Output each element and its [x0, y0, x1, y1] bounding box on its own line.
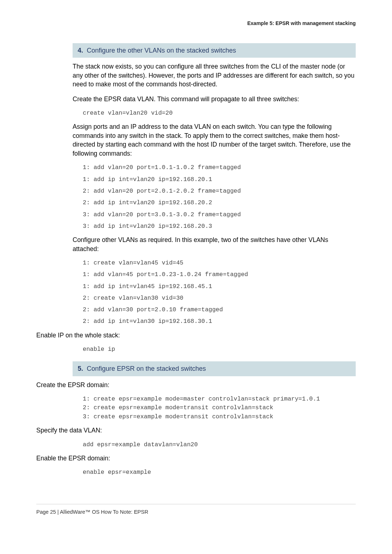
- code-line: 2: add vlan=20 port=2.0.1-2.0.2 frame=ta…: [83, 187, 356, 195]
- code-line: 1: add ip int=vlan20 ip=192.168.20.1: [83, 176, 356, 184]
- step-4-code-4: enable ip: [83, 345, 356, 353]
- code-line: 3: create epsr=example mode=transit cont…: [83, 413, 356, 421]
- code-line: 2: create vlan=vlan30 vid=30: [83, 294, 356, 302]
- code-line: create vlan=vlan20 vid=20: [83, 109, 356, 117]
- step-4-paragraph-3: Assign ports and an IP address to the da…: [73, 122, 356, 158]
- step-5-paragraph-1: Create the EPSR domain:: [36, 381, 356, 390]
- code-line: 2: add ip int=vlan30 ip=192.168.30.1: [83, 317, 356, 325]
- step-5-code-1: 1: create epsr=example mode=master contr…: [83, 395, 356, 421]
- step-5-title: Configure EPSR on the stacked switches: [87, 365, 206, 372]
- code-line: 2: add ip int=vlan20 ip=192.168.20.2: [83, 199, 356, 207]
- code-line: 1: add ip int=vlan45 ip=192.168.45.1: [83, 283, 356, 291]
- code-line: enable ip: [83, 345, 356, 353]
- step-4-paragraph-2: Create the EPSR data VLAN. This command …: [73, 95, 356, 104]
- step-5-heading: 5.Configure EPSR on the stacked switches: [73, 361, 356, 376]
- code-line: enable epsr=example: [83, 468, 356, 476]
- code-line: 1: add vlan=20 port=1.0.1-1.0.2 frame=ta…: [83, 164, 356, 172]
- code-line: 3: add vlan=20 port=3.0.1-3.0.2 frame=ta…: [83, 211, 356, 219]
- step-5-paragraph-2: Specify the data VLAN:: [36, 426, 356, 435]
- step-4-paragraph-5: Enable IP on the whole stack:: [36, 331, 356, 340]
- code-line: 1: add vlan=45 port=1.0.23-1.0.24 frame=…: [83, 271, 356, 279]
- step-4-number: 4.: [78, 47, 83, 54]
- main-content: 4.Configure the other VLANs on the stack…: [73, 43, 356, 477]
- step-4-heading: 4.Configure the other VLANs on the stack…: [73, 43, 356, 58]
- step-4-paragraph-1: The stack now exists, so you can configu…: [73, 62, 356, 89]
- step-5-paragraph-3: Enable the EPSR domain:: [36, 454, 356, 463]
- code-line: 2: create epsr=example mode=transit cont…: [83, 404, 356, 412]
- step-5-code-2: add epsr=example datavlan=vlan20: [83, 441, 356, 449]
- step-4-code-1: create vlan=vlan20 vid=20: [83, 109, 356, 117]
- running-header: Example 5: EPSR with management stacking: [36, 20, 356, 27]
- code-line: add epsr=example datavlan=vlan20: [83, 441, 356, 449]
- step-5-code-3: enable epsr=example: [83, 468, 356, 476]
- code-line: 1: create epsr=example mode=master contr…: [83, 395, 356, 403]
- step-4-title: Configure the other VLANs on the stacked…: [87, 47, 236, 54]
- step-5-number: 5.: [78, 365, 83, 372]
- page-footer: Page 25 | AlliedWare™ OS How To Note: EP…: [36, 504, 356, 516]
- step-4-code-2: 1: add vlan=20 port=1.0.1-1.0.2 frame=ta…: [83, 164, 356, 230]
- step-4-paragraph-4: Configure other VLANs as required. In th…: [73, 235, 356, 253]
- step-4-code-3: 1: create vlan=vlan45 vid=45 1: add vlan…: [83, 259, 356, 326]
- code-line: 3: add ip int=vlan20 ip=192.168.20.3: [83, 222, 356, 230]
- code-line: 2: add vlan=30 port=2.0.10 frame=tagged: [83, 306, 356, 314]
- code-line: 1: create vlan=vlan45 vid=45: [83, 259, 356, 267]
